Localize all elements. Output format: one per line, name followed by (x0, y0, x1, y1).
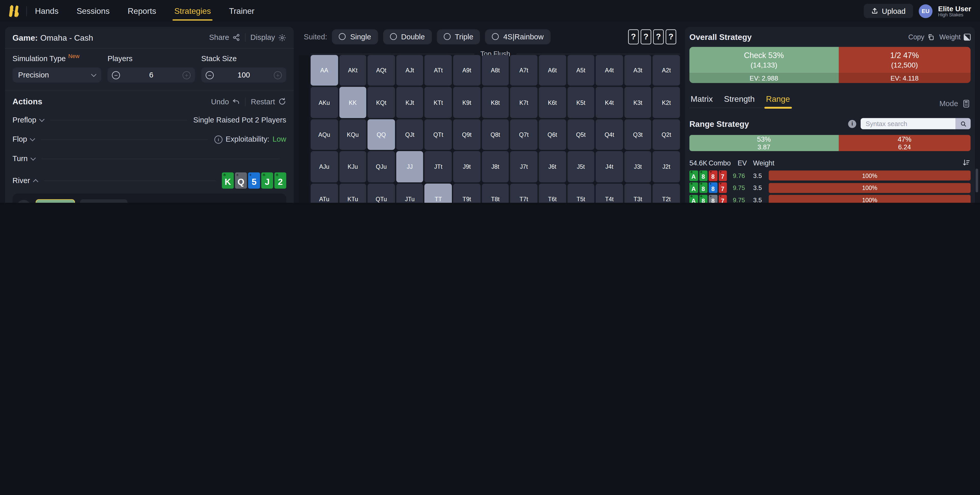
grid-cell-AJu[interactable]: AJu (311, 151, 338, 182)
grid-cell-KQt[interactable]: KQt (368, 87, 395, 118)
grid-cell-T5t[interactable]: T5t (567, 183, 595, 203)
grid-cell-A7t[interactable]: A7t (510, 55, 538, 86)
check-button-bb[interactable]: Check (35, 199, 75, 203)
unknown-card[interactable]: ? (641, 29, 651, 44)
grid-cell-K7t[interactable]: K7t (510, 87, 538, 118)
combo-row[interactable]: ♣A♣8♥8♥79.763.5100% (689, 171, 970, 181)
unknown-card[interactable]: ? (665, 29, 676, 44)
street-toggle-turn[interactable]: Turn (13, 154, 35, 163)
avatar[interactable]: EU (919, 4, 932, 18)
grid-cell-AKt[interactable]: AKt (339, 55, 366, 86)
grid-cell-J4t[interactable]: J4t (596, 151, 623, 182)
nav-item-strategies[interactable]: Strategies (174, 0, 212, 22)
grid-cell-KTu[interactable]: KTu (339, 183, 366, 203)
grid-cell-KTt[interactable]: KTt (425, 87, 452, 118)
grid-cell-K5t[interactable]: K5t (567, 87, 595, 118)
sort-icon[interactable] (962, 159, 970, 167)
tab-range[interactable]: Range (766, 94, 790, 104)
grid-cell-T8t[interactable]: T8t (482, 183, 509, 203)
grid-cell-ATu[interactable]: ATu (311, 183, 338, 203)
grid-cell-K9t[interactable]: K9t (453, 87, 480, 118)
grid-cell-A8t[interactable]: A8t (482, 55, 509, 86)
grid-cell-J5t[interactable]: J5t (567, 151, 595, 182)
grid-cell-JJ[interactable]: JJ (396, 151, 423, 182)
suited-option-double[interactable]: Double (383, 29, 432, 44)
undo-button[interactable]: Undo (211, 97, 240, 106)
copy-button[interactable]: Copy (908, 33, 934, 40)
combo-row[interactable]: ♣A♣8♦8♥79.753.5100% (689, 182, 970, 192)
grid-cell-K6t[interactable]: K6t (539, 87, 566, 118)
grid-cell-Q4t[interactable]: Q4t (596, 119, 623, 150)
grid-cell-AJt[interactable]: AJt (396, 55, 423, 86)
nav-item-trainer[interactable]: Trainer (229, 0, 255, 22)
grid-cell-QTt[interactable]: QTt (425, 119, 452, 150)
upload-button[interactable]: Upload (864, 4, 913, 18)
grid-cell-AQt[interactable]: AQt (368, 55, 395, 86)
weight-toggle[interactable]: Weight (939, 33, 970, 40)
board-card-5-diamond[interactable]: ♦5 (248, 172, 260, 189)
share-button[interactable]: Share (209, 33, 240, 42)
grid-cell-A3t[interactable]: A3t (624, 55, 652, 86)
nav-item-hands[interactable]: Hands (34, 0, 59, 22)
mode-selector[interactable]: Mode (939, 99, 970, 108)
minus-icon[interactable]: − (206, 71, 214, 79)
range-segment-red[interactable]: 47%6.24 (838, 135, 971, 151)
grid-cell-T3t[interactable]: T3t (624, 183, 652, 203)
grid-cell-T2t[interactable]: T2t (653, 183, 680, 203)
plus-icon[interactable]: + (183, 71, 191, 79)
grid-cell-A9t[interactable]: A9t (453, 55, 480, 86)
suited-option-single[interactable]: Single (332, 29, 378, 44)
simulation-type-select[interactable]: Precision (13, 68, 101, 82)
search-button[interactable] (956, 118, 971, 129)
nav-item-sessions[interactable]: Sessions (76, 0, 110, 22)
unknown-card[interactable]: ? (653, 29, 664, 44)
grid-cell-A2t[interactable]: A2t (653, 55, 680, 86)
board-card-K-club[interactable]: ♣K (222, 172, 234, 189)
board-card-J-club[interactable]: ♣J (261, 172, 273, 189)
grid-cell-QJt[interactable]: QJt (396, 119, 423, 150)
restart-button[interactable]: Restart (251, 97, 286, 106)
info-icon[interactable]: i (848, 120, 856, 128)
grid-cell-T4t[interactable]: T4t (596, 183, 623, 203)
grid-cell-A5t[interactable]: A5t (567, 55, 595, 86)
grid-cell-Q2t[interactable]: Q2t (653, 119, 680, 150)
tab-strength[interactable]: Strength (724, 94, 754, 104)
grid-cell-Q5t[interactable]: Q5t (567, 119, 595, 150)
unknown-card[interactable]: ? (628, 29, 639, 44)
grid-cell-KK[interactable]: KK (339, 87, 366, 118)
grid-cell-K3t[interactable]: K3t (624, 87, 652, 118)
grid-cell-Q8t[interactable]: Q8t (482, 119, 509, 150)
suited-option-4s-rainbow[interactable]: 4S|Rainbow (485, 29, 550, 44)
bet-button-bb[interactable]: B: 1/3 (80, 199, 128, 203)
grid-cell-K8t[interactable]: K8t (482, 87, 509, 118)
street-toggle-river[interactable]: River (13, 176, 38, 185)
grid-cell-QJu[interactable]: QJu (368, 151, 395, 182)
grid-cell-K2t[interactable]: K2t (653, 87, 680, 118)
range-segment-green[interactable]: 53%3.87 (689, 135, 838, 151)
stack-size-stepper[interactable]: − 100 + (201, 68, 286, 82)
grid-cell-KJt[interactable]: KJt (396, 87, 423, 118)
grid-cell-J6t[interactable]: J6t (539, 151, 566, 182)
street-toggle-preflop[interactable]: Preflop (13, 116, 44, 124)
board-card-2-club[interactable]: ♣2 (274, 172, 286, 189)
grid-cell-ATt[interactable]: ATt (425, 55, 452, 86)
syntax-search-input[interactable] (861, 118, 955, 129)
street-toggle-flop[interactable]: Flop (13, 135, 35, 144)
grid-cell-AKu[interactable]: AKu (311, 87, 338, 118)
grid-cell-Q6t[interactable]: Q6t (539, 119, 566, 150)
grid-cell-KQu[interactable]: KQu (339, 119, 366, 150)
minus-icon[interactable]: − (112, 71, 120, 79)
grid-cell-T6t[interactable]: T6t (539, 183, 566, 203)
grid-cell-A4t[interactable]: A4t (596, 55, 623, 86)
grid-cell-AA[interactable]: AA (311, 55, 338, 86)
players-stepper[interactable]: − 6 + (107, 68, 195, 82)
scrollbar[interactable] (976, 169, 978, 192)
grid-cell-K4t[interactable]: K4t (596, 87, 623, 118)
grid-cell-A6t[interactable]: A6t (539, 55, 566, 86)
grid-cell-J7t[interactable]: J7t (510, 151, 538, 182)
overall-segment-red[interactable]: 1/2 47%(12,500)EV: 4.118 (838, 47, 971, 83)
grid-cell-TT[interactable]: TT (425, 183, 452, 203)
grid-cell-J8t[interactable]: J8t (482, 151, 509, 182)
overall-segment-green[interactable]: Check 53%(14,133)EV: 2.988 (689, 47, 838, 83)
grid-cell-J3t[interactable]: J3t (624, 151, 652, 182)
